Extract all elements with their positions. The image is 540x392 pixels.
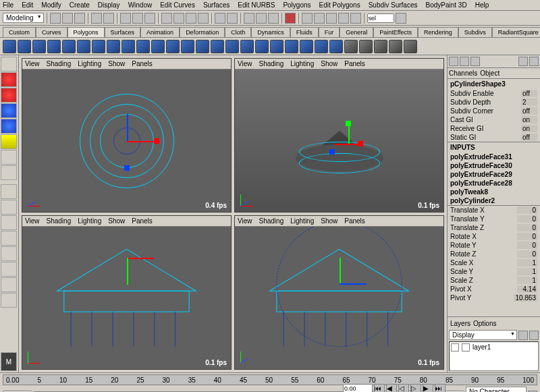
shelf-icon-24[interactable]	[359, 40, 373, 53]
tab-animation[interactable]: Animation	[140, 27, 180, 37]
shelf-icon-0[interactable]	[3, 40, 16, 53]
tab-fluids[interactable]: Fluids	[290, 27, 319, 37]
vp-menu-view[interactable]: View	[25, 60, 40, 67]
channel-icon3[interactable]	[470, 57, 480, 66]
shelf-icon-7[interactable]	[107, 40, 120, 53]
hypergraph-icon[interactable]	[302, 13, 313, 24]
render-globals-icon[interactable]	[268, 13, 279, 24]
vp-menu-show[interactable]: Show	[321, 217, 338, 225]
grapheditor-icon[interactable]	[326, 13, 337, 24]
three-right-icon[interactable]	[1, 262, 17, 277]
shelf-icon-13[interactable]	[196, 40, 209, 53]
shelf-icon-9[interactable]	[136, 40, 150, 53]
shelf-icon-26[interactable]	[389, 40, 402, 53]
four-view-icon[interactable]	[1, 200, 17, 215]
shelf-icon-15[interactable]	[225, 40, 239, 53]
scale-tool-icon[interactable]	[1, 119, 17, 134]
play-icon[interactable]: ▷	[410, 384, 421, 392]
shelf-icon-21[interactable]	[315, 40, 328, 53]
last-tool-icon[interactable]	[1, 165, 17, 180]
outliner-icon[interactable]	[314, 13, 325, 24]
shelf-icon-3[interactable]	[47, 40, 61, 53]
tab-polygons[interactable]: Polygons	[68, 27, 105, 37]
open-icon[interactable]	[62, 13, 73, 24]
layout-a-icon[interactable]	[1, 277, 17, 292]
two-stack-icon[interactable]	[1, 231, 17, 246]
vp-menu-panels[interactable]: Panels	[132, 60, 153, 67]
vp-menu-view[interactable]: View	[238, 217, 252, 225]
menu-subdiv-surfaces[interactable]: Subdiv Surfaces	[369, 1, 418, 9]
hypershade-icon[interactable]	[338, 13, 349, 24]
snap-plane-icon[interactable]	[198, 13, 209, 24]
undo-icon[interactable]	[91, 13, 102, 24]
tab-curves[interactable]: Curves	[36, 27, 68, 37]
charset-dropdown[interactable]: No Character Set	[466, 387, 526, 392]
stepfwd-icon[interactable]: ▶	[423, 384, 433, 392]
layer-item[interactable]: layer1	[451, 343, 537, 352]
rotate-tool-icon[interactable]	[1, 103, 17, 118]
shelf-icon-25[interactable]	[374, 40, 387, 53]
shelf-icon-16[interactable]	[240, 40, 254, 53]
channel-icon5[interactable]	[529, 57, 539, 66]
input-node[interactable]: polyCylinder2	[448, 196, 540, 205]
current-frame-input[interactable]	[343, 384, 373, 392]
soft-tool-icon[interactable]	[1, 150, 17, 165]
shelf-icon-1[interactable]	[18, 40, 31, 53]
new-icon[interactable]	[50, 13, 61, 24]
tab-surfaces[interactable]: Surfaces	[105, 27, 141, 37]
menu-help[interactable]: Help	[475, 1, 489, 9]
tab-painteffects[interactable]: PaintEffects	[373, 27, 418, 37]
layer-options-tab[interactable]: Options	[473, 320, 496, 327]
vp-menu-view[interactable]: View	[238, 60, 252, 67]
shelf-icon-5[interactable]	[77, 40, 90, 53]
two-side-icon[interactable]	[1, 215, 17, 230]
vp-menu-lighting[interactable]: Lighting	[78, 60, 101, 67]
input-node[interactable]: polyExtrudeFace28	[448, 179, 540, 188]
vp-menu-lighting[interactable]: Lighting	[290, 217, 314, 225]
tab-rendering[interactable]: Rendering	[418, 27, 458, 37]
snap-point-icon[interactable]	[186, 13, 196, 24]
construction-icon[interactable]	[227, 13, 238, 24]
vp-menu-shading[interactable]: Shading	[259, 60, 284, 67]
menu-edit[interactable]: Edit	[22, 1, 33, 9]
tab-general[interactable]: General	[340, 27, 373, 37]
shelf-icon-20[interactable]	[300, 40, 313, 53]
move-tool-icon[interactable]	[1, 88, 17, 103]
layers-tab[interactable]: Layers	[450, 320, 470, 327]
vp-menu-show[interactable]: Show	[108, 217, 125, 225]
save-icon[interactable]	[74, 13, 85, 24]
channels-tab[interactable]: Channels	[449, 69, 477, 77]
shelf-icon-22[interactable]	[329, 40, 343, 53]
input-node[interactable]: polyExtrudeFace31	[448, 152, 540, 161]
shelf-icon-17[interactable]	[255, 40, 269, 53]
shelf-icon-19[interactable]	[285, 40, 298, 53]
tab-subdivs[interactable]: Subdivs	[458, 27, 492, 37]
shelf-icon-18[interactable]	[270, 40, 284, 53]
vp-menu-lighting[interactable]: Lighting	[290, 60, 314, 67]
tab-fur[interactable]: Fur	[319, 27, 340, 37]
vp-canvas-side[interactable]: 0.1 fps	[235, 227, 443, 369]
sel-input[interactable]	[367, 13, 394, 23]
redo-icon[interactable]	[103, 13, 114, 24]
scripteditor-icon[interactable]	[350, 13, 361, 24]
shelf-icon-11[interactable]	[166, 40, 180, 53]
vp-canvas-persp[interactable]: 0.1 fps	[235, 69, 443, 212]
three-left-icon[interactable]	[1, 246, 17, 261]
rewind-icon[interactable]: ⏮	[374, 384, 385, 392]
menu-file[interactable]: File	[3, 1, 14, 9]
lock-icon[interactable]	[396, 13, 406, 24]
input-node[interactable]: polyExtrudeFace29	[448, 170, 540, 179]
lasso-tool-icon[interactable]	[1, 72, 17, 87]
menu-modify[interactable]: Modify	[41, 1, 61, 9]
menu-bodypaint-3d[interactable]: BodyPaint 3D	[426, 1, 467, 9]
mode-dropdown[interactable]: Modeling	[3, 13, 44, 23]
vp-menu-panels[interactable]: Panels	[344, 60, 365, 67]
time-ruler[interactable]: 0.00510152025303540455055606570758085909…	[3, 374, 537, 385]
lasso-icon[interactable]	[132, 13, 143, 24]
vp-menu-show[interactable]: Show	[321, 60, 338, 67]
shelf-icon-23[interactable]	[344, 40, 358, 53]
magnet-icon[interactable]	[285, 13, 296, 24]
vp-menu-lighting[interactable]: Lighting	[78, 217, 101, 225]
menu-create[interactable]: Create	[70, 1, 90, 9]
shelf-icon-6[interactable]	[92, 40, 105, 53]
